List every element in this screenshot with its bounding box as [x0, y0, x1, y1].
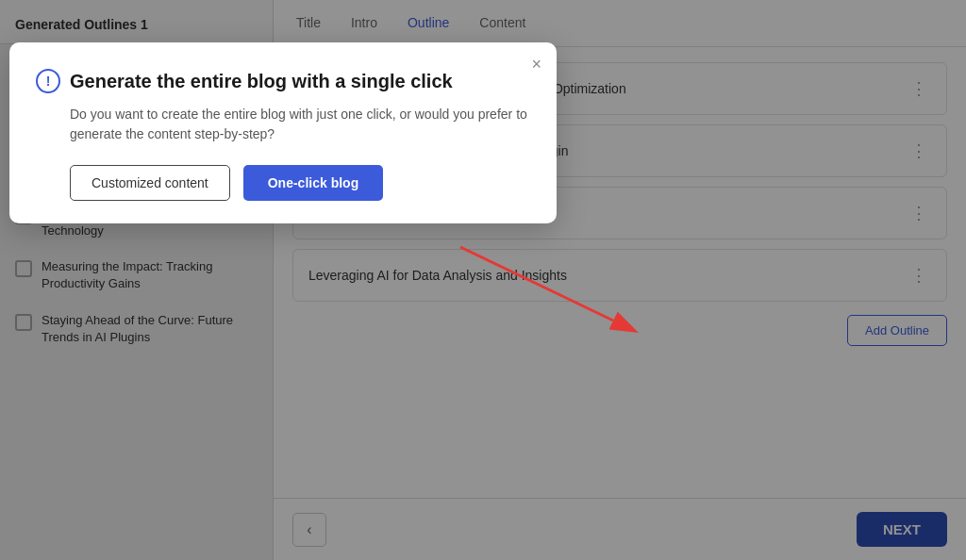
- customized-content-button[interactable]: Customized content: [70, 165, 230, 201]
- modal-title-row: ! Generate the entire blog with a single…: [36, 69, 530, 93]
- modal-description: Do you want to create the entire blog wi…: [36, 105, 530, 144]
- modal-dialog: × ! Generate the entire blog with a sing…: [9, 42, 557, 223]
- one-click-blog-button[interactable]: One-click blog: [243, 165, 383, 201]
- main-container: Generated Outlines 1 Leveraging AI for D…: [0, 0, 966, 560]
- modal-overlay: × ! Generate the entire blog with a sing…: [0, 0, 966, 560]
- modal-close-button[interactable]: ×: [531, 56, 541, 73]
- modal-actions: Customized content One-click blog: [36, 165, 530, 201]
- modal-title: Generate the entire blog with a single c…: [70, 71, 453, 92]
- info-icon: !: [36, 69, 60, 93]
